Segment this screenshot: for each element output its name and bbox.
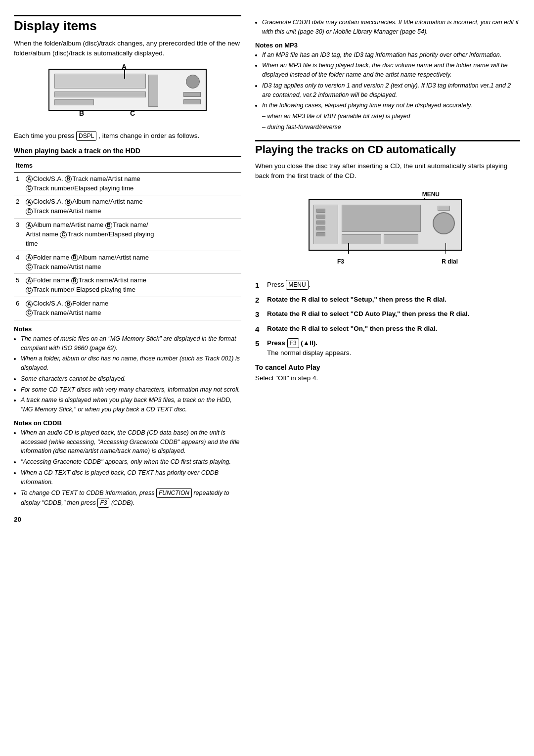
notes-list: The names of music files on an "MG Memor… [14,334,241,414]
dspl-text: Each time you press DSPL , items change … [14,131,241,141]
list-item: When an MP3 file is being played back, t… [262,61,520,80]
page-num-text: 20 [14,516,21,523]
step4-text: Rotate the R dial to select "On," then p… [267,324,520,334]
list-item: ID3 tag applies only to version 1 and ve… [262,81,520,100]
list-item: When a CD TEXT disc is played back, CD T… [21,468,241,487]
circle-c: C [26,287,33,294]
cancel-section: To cancel Auto Play Select "Off" in step… [255,363,520,383]
left-intro: When the folder/album (disc)/track chang… [14,39,241,59]
row-content: AClock/S.A. BFolder name CTrack name/Art… [24,297,241,320]
f3-diagram-label: F3 [337,258,344,265]
diagram-label-b: B [79,109,84,117]
list-item: The names of music files on an "MG Memor… [21,334,241,353]
notes-cddb-title: Notes on CDDB [14,419,241,427]
f3-button-cddb: F3 [97,498,109,508]
circle-c: C [26,264,33,270]
menu-diagram-label: MENU [422,191,440,198]
circle-b: B [71,277,78,284]
step5-subtext: The normal display appears. [267,349,351,356]
row-num: 5 [14,274,24,297]
circle-c: C [26,208,33,215]
notes-title: Notes [14,325,241,333]
notes-mp3-title: Notes on MP3 [255,42,520,49]
items-table: Items 1 AClock/S.A. BTrack name/Artist n… [14,160,241,320]
notes-cddb-list: When an audio CD is played back, the CDD… [14,428,241,508]
table-row: 6 AClock/S.A. BFolder name CTrack name/A… [14,297,241,320]
dspl-button: DSPL [76,131,96,141]
function-button: FUNCTION [156,488,192,498]
cancel-text: Select "Off" in step 4. [255,373,520,383]
step-2: 2 Rotate the R dial to select "Setup," t… [255,295,520,306]
row-content: AClock/S.A. BTrack name/Artist name CTra… [24,172,241,195]
row-content: AFolder name BAlbum name/Artist name CTr… [24,251,241,274]
step1-text: Press [267,281,284,288]
notes-mp3-list: If an MP3 file has an ID3 tag, the ID3 t… [255,50,520,111]
right-column: Gracenote CDDB data may contain inaccura… [255,15,520,523]
list-item: In the following cases, elapsed playing … [262,101,520,110]
menu-button: MENU [286,280,308,290]
circle-c: C [26,310,33,316]
circle-b: B [105,222,112,229]
table-row: 5 AFolder name BTrack name/Artist name C… [14,274,241,297]
notes-mp3-section: Notes on MP3 If an MP3 file has an ID3 t… [255,42,520,132]
row-num: 6 [14,297,24,320]
table-header-row: Items [14,160,241,172]
list-item: "Accessing Gracenote CDDB" appears, only… [21,457,241,467]
right-section-title: Playing the tracks on CD automatically [255,140,520,156]
row-num: 3 [14,219,24,251]
list-item: A track name is displayed when you play … [21,396,241,414]
row-content: AClock/S.A. BAlbum name/Artist name CTra… [24,195,241,219]
row-num: 2 [14,195,24,219]
dspl-prefix-text: Each time you press [14,132,74,139]
list-item: Gracenote CDDB data may contain inaccura… [262,18,520,37]
circle-c: C [26,185,33,192]
circle-b: B [65,301,72,308]
circle-a: A [26,301,33,308]
f3-step-button: F3 [287,338,299,348]
list-item: Some characters cannot be displayed. [21,374,241,384]
list-item: For some CD TEXT discs with very many ch… [21,385,241,395]
cancel-title: To cancel Auto Play [255,363,520,371]
table-header: Items [14,160,241,172]
row-content: AFolder name BTrack name/Artist name CTr… [24,274,241,297]
notes-section: Notes The names of music files on an "MG… [14,325,241,414]
right-top-notes: Gracenote CDDB data may contain inaccura… [255,18,520,37]
right-top-notes-list: Gracenote CDDB data may contain inaccura… [255,18,520,37]
row-num: 1 [14,172,24,195]
list-item: If an MP3 file has an ID3 tag, the ID3 t… [262,50,520,60]
mp3-sub-note-2: – during fast-forward/reverse [262,123,520,132]
circle-b: B [71,254,78,261]
dspl-suffix-text: , items change in order as follows. [98,132,199,139]
row-num: 4 [14,251,24,274]
step2-text: Rotate the R dial to select "Setup," the… [267,295,520,305]
step-1: 1 Press MENU. [255,280,520,291]
circle-a: A [26,222,33,229]
hdd-subsection-title: When playing back a track on the HDD [14,147,241,157]
diagram-label-c: C [130,109,135,117]
left-column: Display items When the folder/album (dis… [14,15,241,523]
page-layout: Display items When the folder/album (dis… [14,15,520,523]
circle-a: A [26,176,33,182]
row-content: AAlbum name/Artist name BTrack name/ Art… [24,219,241,251]
circle-c: C [60,231,67,238]
left-section-title: Display items [14,15,241,34]
step-4: 4 Rotate the R dial to select "On," then… [255,324,520,335]
right-intro: When you close the disc tray after inser… [255,161,520,181]
table-row: 2 AClock/S.A. BAlbum name/Artist name CT… [14,195,241,219]
list-item: To change CD TEXT to CDDB information, p… [21,488,241,508]
list-item: When a folder, album or disc has no name… [21,354,241,373]
circle-a: A [26,277,33,284]
rdial-diagram-label: R dial [442,258,458,265]
steps-list: 1 Press MENU. 2 Rotate the R dial to sel… [255,280,520,358]
list-item: When an audio CD is played back, the CDD… [21,428,241,456]
step3-text: Rotate the R dial to select "CD Auto Pla… [267,309,520,319]
table-row: 4 AFolder name BAlbum name/Artist name C… [14,251,241,274]
notes-cddb-section: Notes on CDDB When an audio CD is played… [14,419,241,508]
circle-a: A [26,199,33,206]
circle-b: B [65,199,72,206]
device-diagram-2: MENU [309,191,467,265]
step-5: 5 Press F3 (▲II). The normal display app… [255,338,520,358]
mp3-sub-note-1: – when an MP3 file of VBR (variable bit … [262,112,520,121]
circle-b: B [65,176,72,182]
step5-press-text: Press [267,339,285,347]
